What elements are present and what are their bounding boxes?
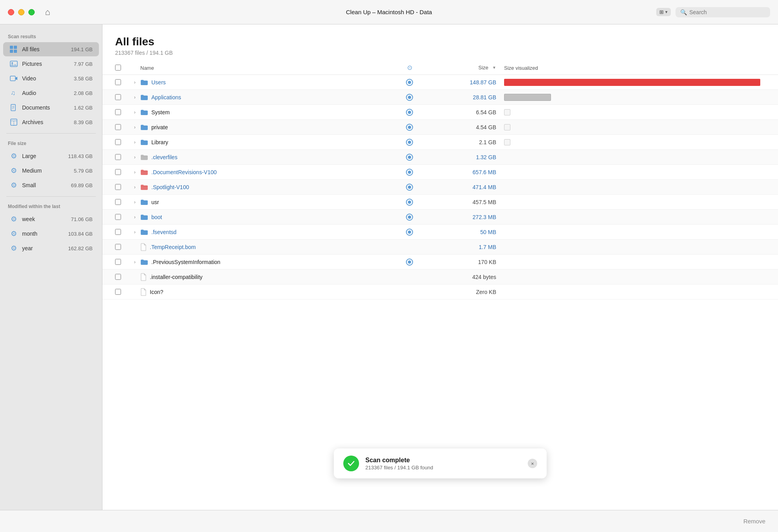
sidebar-item-all-files[interactable]: All files 194.1 GB xyxy=(3,42,99,56)
expand-icon[interactable]: › xyxy=(129,199,140,205)
notification-overlay: Scan complete 213367 files / 194.1 GB fo… xyxy=(334,448,547,478)
row-name: .PreviousSystemInformation xyxy=(140,259,402,265)
row-size: 657.6 MB xyxy=(417,169,496,175)
view-toggle[interactable]: ⊞ ▾ xyxy=(656,8,671,16)
table-row: .installer-compatibility 424 bytes xyxy=(102,270,778,285)
row-checkbox-container[interactable] xyxy=(115,199,129,205)
pin-indicator[interactable] xyxy=(402,183,417,191)
row-checkbox-container[interactable] xyxy=(115,184,129,190)
row-checkbox-container[interactable] xyxy=(115,214,129,220)
header-size[interactable]: Size ▼ xyxy=(417,65,496,71)
row-name-text: System xyxy=(151,109,170,115)
sidebar-item-small[interactable]: ⚙ Small 69.89 GB xyxy=(3,178,99,192)
month-label: month xyxy=(22,231,64,237)
row-checkbox-container[interactable] xyxy=(115,94,129,100)
row-checkbox[interactable] xyxy=(115,244,121,250)
medium-gear-icon: ⚙ xyxy=(9,166,18,175)
svg-rect-2 xyxy=(10,50,13,53)
row-size: 4.54 GB xyxy=(417,124,496,130)
row-checkbox[interactable] xyxy=(115,274,121,280)
row-checkbox[interactable] xyxy=(115,229,121,235)
home-icon[interactable]: ⌂ xyxy=(45,7,50,17)
maximize-button[interactable] xyxy=(28,9,35,15)
sidebar-item-year[interactable]: ⚙ year 162.82 GB xyxy=(3,241,99,255)
row-checkbox[interactable] xyxy=(115,79,121,85)
svg-rect-6 xyxy=(10,76,15,81)
row-checkbox-container[interactable] xyxy=(115,244,129,250)
expand-icon[interactable]: › xyxy=(129,110,140,115)
search-bar[interactable]: 🔍 xyxy=(676,7,770,17)
pin-indicator[interactable] xyxy=(402,213,417,221)
sidebar-item-medium[interactable]: ⚙ Medium 5.79 GB xyxy=(3,164,99,178)
row-checkbox[interactable] xyxy=(115,169,121,175)
expand-icon[interactable]: › xyxy=(129,169,140,175)
sidebar-item-month[interactable]: ⚙ month 103.84 GB xyxy=(3,227,99,241)
video-icon xyxy=(9,74,18,83)
row-checkbox-container[interactable] xyxy=(115,289,129,295)
row-checkbox-container[interactable] xyxy=(115,139,129,145)
row-name: .installer-compatibility xyxy=(140,273,402,281)
row-checkbox[interactable] xyxy=(115,289,121,295)
expand-icon[interactable]: › xyxy=(129,229,140,235)
sidebar-item-audio[interactable]: ♫ Audio 2.08 GB xyxy=(3,86,99,100)
pin-indicator[interactable] xyxy=(402,93,417,101)
row-size: 471.4 MB xyxy=(417,184,496,190)
row-checkbox-container[interactable] xyxy=(115,259,129,265)
pin-indicator[interactable] xyxy=(402,153,417,161)
sidebar-item-archives[interactable]: Archives 8.39 GB xyxy=(3,115,99,129)
row-checkbox[interactable] xyxy=(115,94,121,100)
sidebar-item-week[interactable]: ⚙ week 71.06 GB xyxy=(3,212,99,226)
row-checkbox-container[interactable] xyxy=(115,229,129,235)
notification-close-button[interactable]: × xyxy=(528,459,537,468)
row-checkbox[interactable] xyxy=(115,109,121,115)
expand-icon[interactable]: › xyxy=(129,80,140,85)
row-checkbox[interactable] xyxy=(115,124,121,130)
row-name: Icon? xyxy=(140,288,402,296)
expand-icon[interactable]: › xyxy=(129,140,140,145)
row-checkbox-container[interactable] xyxy=(115,169,129,175)
select-all-checkbox[interactable] xyxy=(115,65,121,71)
remove-button[interactable]: Remove xyxy=(743,518,765,525)
expand-icon[interactable]: › xyxy=(129,214,140,220)
row-checkbox[interactable] xyxy=(115,214,121,220)
pin-indicator[interactable] xyxy=(402,258,417,266)
pin-indicator[interactable] xyxy=(402,168,417,176)
row-checkbox[interactable] xyxy=(115,154,121,160)
expand-icon[interactable]: › xyxy=(129,125,140,130)
row-checkbox-container[interactable] xyxy=(115,79,129,85)
row-name-text: .cleverfiles xyxy=(151,154,177,160)
row-viz xyxy=(496,94,765,101)
row-checkbox-container[interactable] xyxy=(115,154,129,160)
pin-indicator[interactable] xyxy=(402,78,417,86)
row-checkbox-container[interactable] xyxy=(115,109,129,115)
row-checkbox[interactable] xyxy=(115,184,121,190)
sidebar-item-documents[interactable]: Documents 1.62 GB xyxy=(3,100,99,115)
sidebar-item-large[interactable]: ⚙ Large 118.43 GB xyxy=(3,149,99,163)
row-name: boot xyxy=(140,214,402,220)
close-button[interactable] xyxy=(8,9,14,15)
search-input[interactable] xyxy=(689,9,765,15)
row-viz xyxy=(496,109,765,115)
row-checkbox[interactable] xyxy=(115,259,121,265)
pin-indicator[interactable] xyxy=(402,228,417,236)
row-size: 1.32 GB xyxy=(417,154,496,160)
pin-indicator[interactable] xyxy=(402,108,417,116)
sidebar-item-video[interactable]: Video 3.58 GB xyxy=(3,71,99,86)
row-checkbox[interactable] xyxy=(115,199,121,205)
expand-icon[interactable]: › xyxy=(129,184,140,190)
row-checkbox[interactable] xyxy=(115,139,121,145)
expand-icon[interactable]: › xyxy=(129,95,140,100)
pin-indicator[interactable] xyxy=(402,198,417,206)
pin-indicator[interactable] xyxy=(402,123,417,131)
expand-icon[interactable]: › xyxy=(129,259,140,265)
minimize-button[interactable] xyxy=(18,9,24,15)
scan-complete-notification: Scan complete 213367 files / 194.1 GB fo… xyxy=(334,448,547,478)
pin-indicator[interactable] xyxy=(402,138,417,146)
expand-icon[interactable]: › xyxy=(129,154,140,160)
select-all-check[interactable] xyxy=(115,65,129,71)
row-checkbox-container[interactable] xyxy=(115,124,129,130)
documents-label: Documents xyxy=(22,104,70,111)
sidebar-item-pictures[interactable]: Pictures 7.97 GB xyxy=(3,57,99,71)
row-checkbox-container[interactable] xyxy=(115,274,129,280)
page-title: All files xyxy=(115,35,765,48)
